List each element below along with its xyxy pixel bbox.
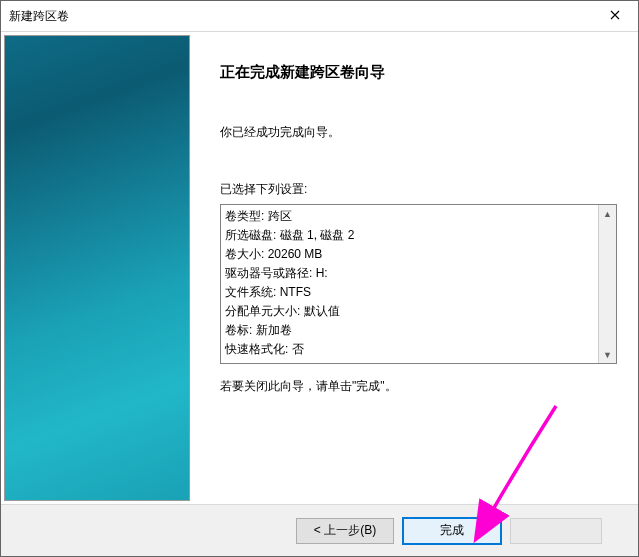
settings-line: 驱动器号或路径: H:: [225, 264, 592, 283]
settings-line: 分配单元大小: 默认值: [225, 302, 592, 321]
settings-line: 卷类型: 跨区: [225, 207, 592, 226]
settings-content: 卷类型: 跨区所选磁盘: 磁盘 1, 磁盘 2卷大小: 20260 MB驱动器号…: [221, 205, 598, 363]
settings-line: 快速格式化: 否: [225, 340, 592, 359]
scroll-up-icon[interactable]: ▲: [599, 205, 616, 222]
settings-line: 卷标: 新加卷: [225, 321, 592, 340]
wizard-sidebar-image: [4, 35, 190, 501]
settings-line: 文件系统: NTFS: [225, 283, 592, 302]
scroll-down-icon[interactable]: ▼: [599, 346, 616, 363]
content-area: 正在完成新建跨区卷向导 你已经成功完成向导。 已选择下列设置: 卷类型: 跨区所…: [1, 32, 638, 504]
button-bar: < 上一步(B) 完成: [1, 504, 638, 556]
back-button[interactable]: < 上一步(B): [296, 518, 394, 544]
close-hint: 若要关闭此向导，请单击"完成"。: [220, 378, 617, 395]
titlebar: 新建跨区卷: [1, 1, 638, 32]
wizard-window: 新建跨区卷 正在完成新建跨区卷向导 你已经成功完成向导。 已选择下列设置: 卷类…: [0, 0, 639, 557]
wizard-main: 正在完成新建跨区卷向导 你已经成功完成向导。 已选择下列设置: 卷类型: 跨区所…: [190, 35, 635, 501]
settings-label: 已选择下列设置:: [220, 181, 617, 198]
scrollbar[interactable]: ▲ ▼: [598, 205, 616, 363]
window-title: 新建跨区卷: [9, 8, 69, 25]
settings-listbox[interactable]: 卷类型: 跨区所选磁盘: 磁盘 1, 磁盘 2卷大小: 20260 MB驱动器号…: [220, 204, 617, 364]
lead-text: 你已经成功完成向导。: [220, 124, 617, 141]
close-icon: [610, 9, 620, 23]
settings-line: 所选磁盘: 磁盘 1, 磁盘 2: [225, 226, 592, 245]
close-button[interactable]: [592, 1, 638, 31]
settings-line: 卷大小: 20260 MB: [225, 245, 592, 264]
cancel-button[interactable]: [510, 518, 602, 544]
finish-button[interactable]: 完成: [402, 517, 502, 545]
page-heading: 正在完成新建跨区卷向导: [220, 63, 617, 82]
